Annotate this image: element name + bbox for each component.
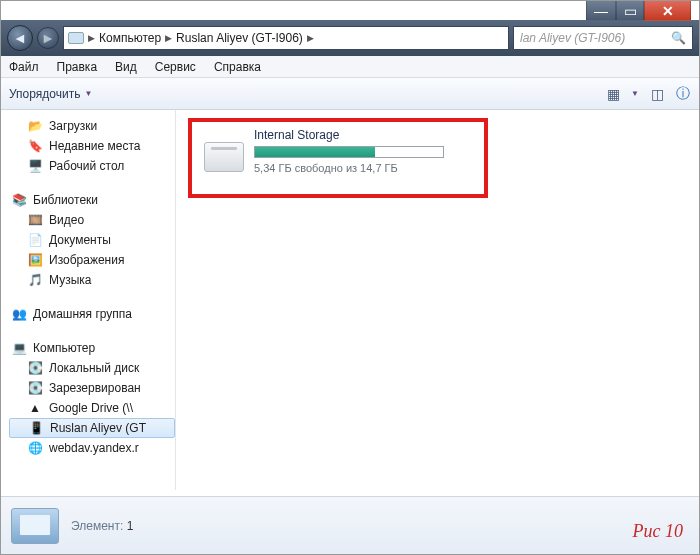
storage-subtitle: 5,34 ГБ свободно из 14,7 ГБ <box>254 162 444 174</box>
tree-gdrive[interactable]: ▲Google Drive (\\ <box>9 398 175 418</box>
search-icon[interactable]: 🔍 <box>671 31 686 45</box>
document-icon: 📄 <box>27 232 43 248</box>
chevron-right-icon: ▶ <box>88 33 95 43</box>
window-maximize-button[interactable]: ▭ <box>616 1 644 21</box>
chevron-down-icon[interactable]: ▼ <box>84 89 92 98</box>
video-icon: 🎞️ <box>27 212 43 228</box>
menu-edit[interactable]: Правка <box>57 60 98 74</box>
menu-tools[interactable]: Сервис <box>155 60 196 74</box>
tree-documents[interactable]: 📄Документы <box>9 230 175 250</box>
tree-desktop[interactable]: 🖥️Рабочий стол <box>9 156 175 176</box>
menu-view[interactable]: Вид <box>115 60 137 74</box>
music-icon: 🎵 <box>27 272 43 288</box>
forward-button[interactable]: ► <box>37 27 59 49</box>
toolbar: Упорядочить ▼ ▦ ▼ ◫ ⓘ <box>1 78 699 110</box>
chevron-right-icon: ▶ <box>307 33 314 43</box>
tree-pictures[interactable]: 🖼️Изображения <box>9 250 175 270</box>
storage-title: Internal Storage <box>254 128 444 142</box>
tree-webdav[interactable]: 🌐webdav.yandex.r <box>9 438 175 458</box>
nav-bar: ◄ ► ▶ Компьютер ▶ Ruslan Aliyev (GT-I906… <box>1 20 699 56</box>
address-bar[interactable]: ▶ Компьютер ▶ Ruslan Aliyev (GT-I906) ▶ <box>63 26 509 50</box>
storage-item[interactable]: Internal Storage 5,34 ГБ свободно из 14,… <box>204 128 444 174</box>
breadcrumb-root[interactable]: Компьютер <box>99 31 161 45</box>
window-close-button[interactable]: ✕ <box>644 1 691 21</box>
tree-downloads[interactable]: 📂Загрузки <box>9 116 175 136</box>
homegroup-icon: 👥 <box>11 306 27 322</box>
menu-file[interactable]: Файл <box>9 60 39 74</box>
tree-libraries[interactable]: 📚Библиотеки <box>9 190 175 210</box>
status-label: Элемент: <box>71 519 123 533</box>
window-minimize-button[interactable]: — <box>586 1 616 21</box>
menu-bar: Файл Правка Вид Сервис Справка <box>1 56 699 78</box>
device-icon <box>68 32 84 44</box>
search-placeholder: lan Aliyev (GT-I906) <box>520 31 625 45</box>
nav-tree: 📂Загрузки 🔖Недавние места 🖥️Рабочий стол… <box>1 110 176 490</box>
storage-bar <box>254 146 444 158</box>
status-count: 1 <box>127 519 134 533</box>
back-button[interactable]: ◄ <box>7 25 33 51</box>
tree-backup[interactable]: 💽Зарезервирован <box>9 378 175 398</box>
breadcrumb-device[interactable]: Ruslan Aliyev (GT-I906) <box>176 31 303 45</box>
tree-video[interactable]: 🎞️Видео <box>9 210 175 230</box>
content-pane: Internal Storage 5,34 ГБ свободно из 14,… <box>176 110 699 490</box>
preview-pane-icon[interactable]: ◫ <box>649 86 665 102</box>
titlebar: — ▭ ✕ <box>1 1 699 20</box>
help-icon[interactable]: ⓘ <box>675 86 691 102</box>
drive-icon: 💽 <box>27 360 43 376</box>
gdrive-icon: ▲ <box>27 400 43 416</box>
library-icon: 📚 <box>11 192 27 208</box>
recent-icon: 🔖 <box>27 138 43 154</box>
tree-music[interactable]: 🎵Музыка <box>9 270 175 290</box>
folder-icon: 📂 <box>27 118 43 134</box>
storage-bar-fill <box>255 147 375 157</box>
computer-icon: 💻 <box>11 340 27 356</box>
network-drive-icon: 🌐 <box>27 440 43 456</box>
tree-computer[interactable]: 💻Компьютер <box>9 338 175 358</box>
menu-help[interactable]: Справка <box>214 60 261 74</box>
tree-recent[interactable]: 🔖Недавние места <box>9 136 175 156</box>
status-bar: Элемент: 1 Рис 10 <box>1 496 699 554</box>
drive-icon <box>204 142 244 172</box>
device-thumb-icon <box>11 508 59 544</box>
view-options-icon[interactable]: ▦ <box>605 86 621 102</box>
desktop-icon: 🖥️ <box>27 158 43 174</box>
pictures-icon: 🖼️ <box>27 252 43 268</box>
tree-homegroup[interactable]: 👥Домашняя группа <box>9 304 175 324</box>
device-icon: 📱 <box>28 420 44 436</box>
tree-device-selected[interactable]: 📱Ruslan Aliyev (GT <box>9 418 175 438</box>
tree-localdisk[interactable]: 💽Локальный диск <box>9 358 175 378</box>
chevron-right-icon: ▶ <box>165 33 172 43</box>
figure-caption: Рис 10 <box>633 521 683 542</box>
organize-button[interactable]: Упорядочить <box>9 87 80 101</box>
drive-icon: 💽 <box>27 380 43 396</box>
chevron-down-icon[interactable]: ▼ <box>631 89 639 98</box>
search-input[interactable]: lan Aliyev (GT-I906) 🔍 <box>513 26 693 50</box>
